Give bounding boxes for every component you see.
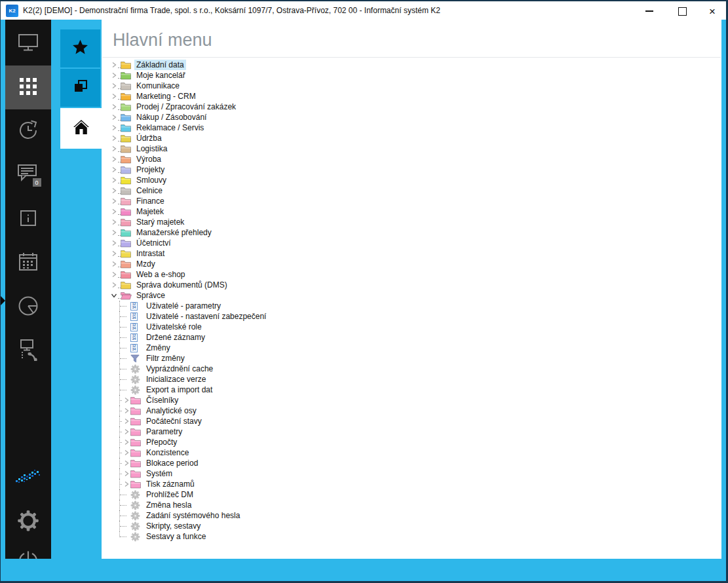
tree-item[interactable]: Správa dokumentů (DMS) xyxy=(110,280,268,290)
chevron-right-icon[interactable] xyxy=(110,81,118,91)
tree-item[interactable]: Logistika xyxy=(110,143,268,154)
chevron-right-icon[interactable] xyxy=(110,133,118,143)
chevron-right-icon[interactable] xyxy=(123,395,130,405)
chevron-right-icon[interactable] xyxy=(110,227,118,238)
tree-item[interactable]: Marketing - CRM xyxy=(110,91,268,102)
chevron-right-icon[interactable] xyxy=(123,468,130,479)
tree-item[interactable]: Reklamace / Servis xyxy=(110,122,268,133)
sidebar-item-settings-gear[interactable] xyxy=(5,504,51,540)
tree-item[interactable]: Prohlížeč DM xyxy=(119,489,268,500)
chevron-right-icon[interactable] xyxy=(110,217,118,227)
tree-item[interactable]: Počáteční stavy xyxy=(119,416,268,426)
tree-item[interactable]: 1234Uživatelské role xyxy=(119,322,268,332)
tree-item[interactable]: Sestavy a funkce xyxy=(119,531,268,542)
sidebar-item-history-clock[interactable] xyxy=(5,109,51,153)
tree-item[interactable]: Celnice xyxy=(110,185,268,196)
tree-item[interactable]: Projekty xyxy=(110,164,268,175)
tree-item[interactable]: 1234Uživatelé - parametry xyxy=(119,301,268,311)
tree-item[interactable]: Konzistence xyxy=(119,447,268,458)
close-button[interactable]: × xyxy=(702,4,722,18)
folder-icon xyxy=(121,123,131,132)
chevron-right-icon[interactable] xyxy=(110,185,118,196)
tree-item[interactable]: Inicializace verze xyxy=(119,374,268,385)
panel-expander-arrow[interactable] xyxy=(1,296,5,305)
sidebar-item-desktop[interactable] xyxy=(5,22,51,66)
rail-tab-home[interactable] xyxy=(60,108,102,149)
tree-item[interactable]: Parametry xyxy=(119,426,268,437)
tree-item[interactable]: 1234Změny xyxy=(119,343,268,353)
tree-item[interactable]: Smlouvy xyxy=(110,175,268,185)
sidebar-item-k2-dots-logo[interactable] xyxy=(5,460,51,497)
chevron-right-icon[interactable] xyxy=(110,70,118,81)
chevron-right-icon[interactable] xyxy=(110,248,118,259)
sidebar-item-calendar[interactable] xyxy=(5,241,51,285)
chevron-right-icon[interactable] xyxy=(110,280,118,290)
tree-connector xyxy=(119,489,130,500)
chevron-right-icon[interactable] xyxy=(110,102,118,112)
tree-item[interactable]: Filtr změny xyxy=(119,353,268,364)
tree-item[interactable]: Nákup / Zásobování xyxy=(110,112,268,122)
tree-item[interactable]: Změna hesla xyxy=(119,500,268,510)
tree-item[interactable]: Přepočty xyxy=(119,437,268,447)
tree-item[interactable]: Blokace period xyxy=(119,458,268,468)
rail-tab-star[interactable] xyxy=(60,29,100,67)
tree-item[interactable]: Správce xyxy=(110,290,268,301)
chevron-right-icon[interactable] xyxy=(110,259,118,269)
tree-item[interactable]: Vyprázdnění cache xyxy=(119,364,268,374)
chevron-right-icon[interactable] xyxy=(123,479,130,489)
maximize-button[interactable] xyxy=(672,4,692,18)
chevron-right-icon[interactable] xyxy=(110,112,118,122)
sidebar-item-remote-phone[interactable] xyxy=(5,329,51,373)
chevron-right-icon[interactable] xyxy=(123,426,130,437)
chevron-right-icon[interactable] xyxy=(123,416,130,426)
chevron-right-icon[interactable] xyxy=(123,458,130,468)
tree-item[interactable]: Číselníky xyxy=(119,395,268,405)
tree-item[interactable]: Mzdy xyxy=(110,259,268,269)
sidebar-item-info[interactable] xyxy=(5,197,51,241)
minimize-button[interactable] xyxy=(640,4,659,18)
chevron-right-icon[interactable] xyxy=(110,206,118,217)
chevron-right-icon[interactable] xyxy=(110,143,118,154)
tree-item[interactable]: Prodej / Zpracování zakázek xyxy=(110,102,268,112)
tree-item[interactable]: Výroba xyxy=(110,154,268,164)
sidebar-item-chat[interactable]: 0 xyxy=(5,153,51,197)
tree-item[interactable]: Analytické osy xyxy=(119,405,268,416)
tree-item[interactable]: Základní data xyxy=(110,60,268,70)
chevron-right-icon[interactable] xyxy=(123,405,130,416)
chevron-right-icon[interactable] xyxy=(110,91,118,102)
sidebar-item-pie-chart[interactable] xyxy=(5,285,51,329)
tree-item[interactable]: Majetek xyxy=(110,206,268,217)
tree-item[interactable]: Systém xyxy=(119,468,268,479)
tree-item[interactable]: Komunikace xyxy=(110,81,268,91)
chevron-right-icon[interactable] xyxy=(110,164,118,175)
tree-item[interactable]: Manažerské přehledy xyxy=(110,227,268,238)
tree-item[interactable]: Finance xyxy=(110,196,268,206)
chevron-right-icon[interactable] xyxy=(123,437,130,447)
rail-tab-pages[interactable] xyxy=(60,69,100,107)
folder-icon xyxy=(121,113,131,122)
chevron-right-icon[interactable] xyxy=(110,60,118,70)
chevron-right-icon[interactable] xyxy=(110,238,118,248)
chevron-right-icon[interactable] xyxy=(123,447,130,458)
tree-item-icon xyxy=(121,81,132,91)
tree-item[interactable]: Export a import dat xyxy=(119,385,268,395)
chevron-right-icon[interactable] xyxy=(110,154,118,164)
tree-item[interactable]: Skripty, sestavy xyxy=(119,521,268,531)
tree-item[interactable]: Účetnictví xyxy=(110,238,268,248)
tree-item[interactable]: Údržba xyxy=(110,133,268,143)
tree-item[interactable]: Web a e-shop xyxy=(110,269,268,280)
chevron-right-icon[interactable] xyxy=(110,269,118,280)
tree-item[interactable]: Starý majetek xyxy=(110,217,268,227)
tree-item[interactable]: Zadání systémového hesla xyxy=(119,510,268,521)
sidebar-item-apps-grid[interactable] xyxy=(5,66,51,109)
chevron-right-icon[interactable] xyxy=(110,196,118,206)
tree-item[interactable]: Tisk záznamů xyxy=(119,479,268,489)
chevron-right-icon[interactable] xyxy=(110,175,118,185)
tree-item[interactable]: Moje kancelář xyxy=(110,70,268,81)
chevron-right-icon[interactable] xyxy=(110,122,118,133)
tree-item[interactable]: 1234Držené záznamy xyxy=(119,332,268,343)
tree-item[interactable]: Intrastat xyxy=(110,248,268,259)
tree-connector xyxy=(119,374,130,385)
chevron-down-icon[interactable] xyxy=(110,290,118,301)
tree-item[interactable]: 1234Uživatelé - nastavení zabezpečení xyxy=(119,311,268,322)
